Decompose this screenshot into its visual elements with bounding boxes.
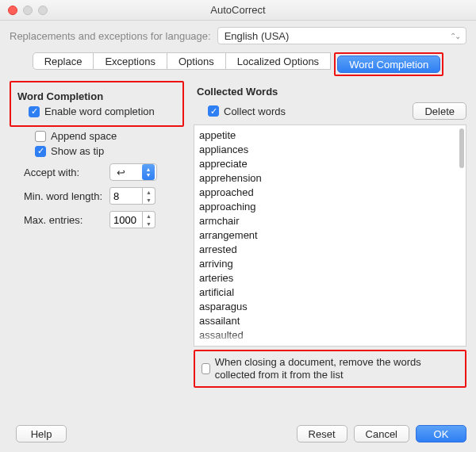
- min-word-length-input[interactable]: [109, 187, 143, 205]
- annotation-highlight: When closing a document, remove the word…: [194, 350, 466, 388]
- max-entries-input[interactable]: [109, 211, 143, 228]
- accept-with-value: ↩: [117, 167, 125, 178]
- scrollbar-thumb[interactable]: [459, 128, 464, 168]
- enable-word-completion-checkbox[interactable]: [29, 106, 40, 117]
- tab-word-completion[interactable]: Word Completion: [337, 56, 440, 73]
- remove-on-close-checkbox[interactable]: [202, 363, 210, 374]
- list-item[interactable]: appliances: [199, 143, 461, 157]
- list-item[interactable]: assailant: [199, 314, 461, 328]
- annotation-highlight: Word Completion Enable word completion: [10, 81, 184, 127]
- list-item[interactable]: apprehension: [199, 171, 461, 186]
- collected-words-heading: Collected Words: [197, 86, 466, 98]
- max-entries-stepper[interactable]: ▲▼: [109, 211, 157, 228]
- window-title: AutoCorrect: [0, 4, 476, 16]
- list-item[interactable]: approached: [199, 186, 461, 200]
- show-as-tip-label: Show as tip: [51, 145, 104, 157]
- enable-word-completion-label: Enable word completion: [44, 105, 155, 117]
- list-item[interactable]: appreciate: [199, 157, 461, 171]
- ok-button[interactable]: OK: [416, 425, 466, 442]
- dialog-buttons: Help Reset Cancel OK: [10, 425, 466, 442]
- word-completion-heading: Word Completion: [17, 90, 179, 102]
- collect-words-checkbox[interactable]: [208, 105, 219, 117]
- delete-button[interactable]: Delete: [413, 102, 466, 120]
- tab-exceptions[interactable]: Exceptions: [93, 52, 167, 70]
- max-entries-label: Max. entries:: [24, 214, 103, 226]
- list-item[interactable]: arrested: [199, 243, 461, 257]
- list-item[interactable]: armchair: [199, 214, 461, 228]
- accept-with-select[interactable]: ↩ ▲▼: [109, 163, 157, 181]
- language-select[interactable]: English (USA) ⌃⌄: [217, 27, 466, 44]
- accept-with-label: Accept with:: [24, 167, 103, 178]
- collect-words-label: Collect words: [224, 105, 286, 117]
- remove-on-close-label: When closing a document, remove the word…: [215, 356, 459, 381]
- list-item[interactable]: approaching: [199, 200, 461, 214]
- list-item[interactable]: asparagus: [199, 300, 461, 314]
- collected-words-list[interactable]: appetiteappliancesappreciateapprehension…: [194, 124, 466, 347]
- min-word-length-label: Min. word length:: [24, 190, 103, 202]
- min-word-length-stepper[interactable]: ▲▼: [109, 187, 157, 205]
- cancel-button[interactable]: Cancel: [354, 425, 409, 442]
- tab-localized-options[interactable]: Localized Options: [225, 52, 331, 70]
- stepper-icon[interactable]: ▲▼: [143, 211, 155, 228]
- append-space-checkbox[interactable]: [35, 131, 46, 142]
- append-space-label: Append space: [51, 130, 117, 142]
- show-as-tip-checkbox[interactable]: [35, 146, 46, 157]
- updown-icon: ▲▼: [142, 164, 155, 180]
- list-item[interactable]: appetite: [199, 128, 461, 143]
- help-button[interactable]: Help: [16, 425, 67, 442]
- language-value: English (USA): [225, 30, 290, 42]
- list-item[interactable]: artificial: [199, 285, 461, 300]
- fade-overlay: [194, 331, 466, 346]
- reset-button[interactable]: Reset: [297, 425, 347, 442]
- annotation-highlight: Word Completion: [334, 52, 443, 76]
- list-item[interactable]: arteries: [199, 271, 461, 285]
- stepper-icon[interactable]: ▲▼: [143, 187, 155, 205]
- title-bar: AutoCorrect: [0, 0, 476, 21]
- tab-options[interactable]: Options: [167, 52, 226, 70]
- list-item[interactable]: arriving: [199, 257, 461, 271]
- tab-replace[interactable]: Replace: [33, 52, 94, 70]
- updown-icon: ⌃⌄: [450, 32, 459, 40]
- language-label: Replacements and exceptions for language…: [10, 30, 211, 42]
- tab-bar: Replace Exceptions Options Localized Opt…: [10, 52, 466, 76]
- list-item[interactable]: arrangement: [199, 228, 461, 243]
